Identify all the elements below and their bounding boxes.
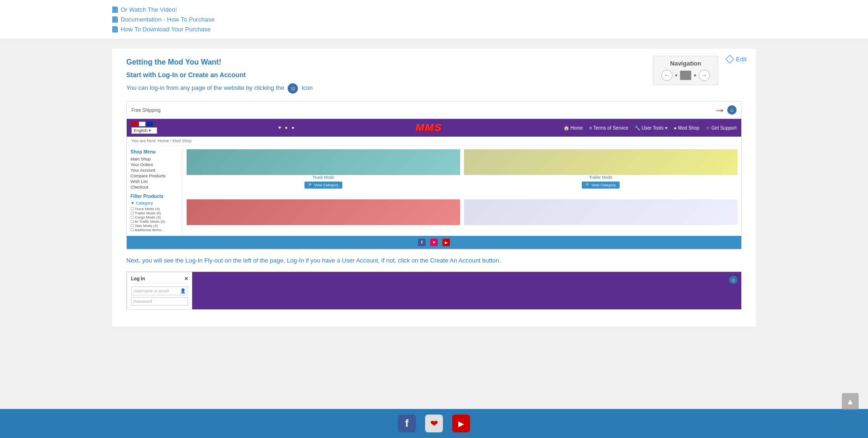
chat-icon: ● [285, 125, 288, 130]
trailer-mods-name: Trailer Mods [464, 175, 738, 180]
lang-select[interactable]: English ▾ [131, 127, 157, 134]
scroll-top-arrow: ▲ [846, 397, 854, 407]
cat-trailer: ☐ Trailer Mods (4) [130, 211, 179, 215]
site-top-bar: Free Shipping → ☺ [127, 102, 741, 119]
sidebar-your-orders[interactable]: Your Orders [130, 162, 179, 168]
menu-shop[interactable]: ● Mod Shop [674, 125, 699, 131]
footer-facebook-icon[interactable]: f [398, 415, 416, 432]
flags-row [131, 122, 157, 126]
nav-dot-1 [675, 74, 677, 76]
site-footer-bar: f ♥ ▶ [127, 236, 741, 249]
product-truck-mods: Truck Mods 🔍 View Category [187, 149, 460, 196]
top-links-section: Or Watch The Video! Documentation - How … [0, 0, 868, 39]
login-bg-avatar: ☺ [729, 276, 738, 284]
flag-2 [139, 122, 145, 126]
login-password-field[interactable]: Password [131, 297, 188, 306]
cat-truck: ☐ Truck Mods (4) [130, 207, 179, 211]
content-subheading: Start with Log-In or Create an Account [126, 71, 742, 79]
site-logo-area: ♥ ● ● [278, 125, 294, 131]
site-screenshot-2: Log In ✕ Username or email 👤 Password ☺ [126, 271, 742, 310]
site-breadcrumb: You are here: Home / Mod Shop [127, 137, 741, 146]
login-username-placeholder: Username or email [133, 289, 169, 293]
site-logo: MMS [415, 122, 442, 134]
login-close-btn[interactable]: ✕ [184, 276, 188, 281]
edit-link[interactable]: Edit [727, 56, 746, 63]
login-preview: Log In ✕ Username or email 👤 Password ☺ [127, 272, 741, 309]
doc-icon-2 [112, 26, 118, 33]
download-purchase-label: How To Download Your Purchase [121, 26, 211, 33]
content-text-p2: Next, you will see the Log-In Fly-out on… [126, 257, 742, 264]
trailer-mods-image [464, 149, 738, 175]
site-nav-bar: English ▾ ♥ ● ● MMS 🏠 Home ≡ [127, 119, 741, 137]
cat-skin: ☐ Skin Mods (4) [130, 224, 179, 228]
product-4-image [464, 199, 738, 225]
nav-folder-button[interactable] [680, 71, 691, 80]
documentation-purchase-link[interactable]: Documentation - How To Purchase [112, 15, 756, 24]
heart-icon: ♥ [278, 125, 281, 130]
site-nav-left: English ▾ [131, 122, 157, 134]
menu-support[interactable]: ☆ Get Support [706, 125, 737, 131]
nav-next-button[interactable]: → [699, 70, 710, 81]
site-patreon-icon: ♥ [430, 239, 438, 246]
content-text-p1: You can log-in from any page of the webs… [126, 83, 742, 94]
watch-video-link[interactable]: Or Watch The Video! [112, 5, 756, 15]
site-fb-icon: f [418, 239, 426, 246]
product-4 [464, 199, 738, 232]
cat-cargo: ☐ Cargo Mods (4) [130, 215, 179, 219]
menu-tos[interactable]: ≡ Terms of Service [589, 125, 628, 131]
heart-patreon: ❤ [430, 418, 438, 429]
nav-box-controls: ← → [659, 70, 712, 81]
doc-icon-1 [112, 16, 118, 23]
edit-label: Edit [736, 56, 746, 63]
site-preview: Free Shipping → ☺ [127, 102, 741, 249]
shop-menu-title: Shop Menu [130, 149, 179, 154]
page-footer: f ❤ ▶ [0, 409, 868, 438]
view-truck-category-button[interactable]: 🔍 View Category [304, 182, 342, 189]
sidebar-compare[interactable]: Compare Products [130, 173, 179, 179]
login-username-icon: 👤 [180, 288, 186, 293]
sidebar-main-shop[interactable]: Main Shop [130, 156, 179, 162]
content-heading: Getting the Mod You Want! [126, 58, 742, 66]
footer-youtube-icon[interactable]: ▶ [452, 415, 470, 432]
menu-home[interactable]: 🏠 Home [564, 125, 583, 131]
filter-products-title: Filter Products [130, 194, 179, 199]
login-username-field[interactable]: Username or email 👤 [131, 286, 188, 295]
sidebar-checkout[interactable]: Checkout [130, 184, 179, 190]
page-wrapper: Or Watch The Video! Documentation - How … [0, 0, 868, 438]
nav-box-title: Navigation [659, 60, 712, 67]
documentation-purchase-label: Documentation - How To Purchase [121, 16, 215, 23]
nav-prev-button[interactable]: ← [661, 70, 673, 81]
site-menu: 🏠 Home ≡ Terms of Service 🔧 User Tools ▾… [564, 125, 737, 131]
flag-1 [131, 122, 138, 126]
site-screenshot-1: Free Shipping → ☺ [126, 101, 742, 249]
sidebar-wishlist[interactable]: Wish List [130, 179, 179, 184]
site-sidebar: Shop Menu Main Shop Your Orders Your Acc… [127, 146, 183, 236]
site-yt-icon: ▶ [442, 239, 450, 246]
footer-patreon-icon[interactable]: ❤ [425, 415, 443, 432]
main-content: Edit Navigation ← → Getting the Mod You … [0, 39, 868, 409]
flag-3 [146, 122, 153, 126]
login-flyout: Log In ✕ Username or email 👤 Password [127, 272, 192, 310]
view-trailer-category-button[interactable]: 🔍 View Category [582, 182, 619, 189]
login-bg-purple: ☺ [192, 272, 741, 309]
scroll-to-top-button[interactable]: ▲ [842, 393, 859, 410]
user-avatar-inline: ☺ [288, 83, 298, 94]
site-user-avatar: ☺ [727, 105, 737, 115]
download-purchase-link[interactable]: How To Download Your Purchase [112, 24, 756, 34]
nav-icons-right: ♥ ● ● [278, 125, 294, 130]
login-flyout-title: Log In ✕ [131, 276, 188, 284]
sidebar-your-account[interactable]: Your Account [130, 168, 179, 173]
bell-icon: ● [291, 125, 294, 130]
content-text-span: You can log-in from any page of the webs… [126, 84, 284, 91]
truck-mods-name: Truck Mods [187, 175, 460, 180]
menu-tools[interactable]: 🔧 User Tools ▾ [635, 125, 667, 131]
video-icon [112, 7, 118, 13]
category-title: ▼ Category [130, 201, 179, 205]
category-list: ☐ Truck Mods (4) ☐ Trailer Mods (4) ☐ Ca… [130, 207, 179, 232]
login-password-placeholder: Password [133, 299, 152, 304]
product-trailer-mods: Trailer Mods 🔍 View Category [464, 149, 738, 196]
navigation-box: Navigation ← → [653, 56, 718, 85]
edit-icon [725, 55, 734, 63]
content-card: Edit Navigation ← → Getting the Mod You … [112, 49, 756, 327]
product-3-image [187, 199, 460, 225]
